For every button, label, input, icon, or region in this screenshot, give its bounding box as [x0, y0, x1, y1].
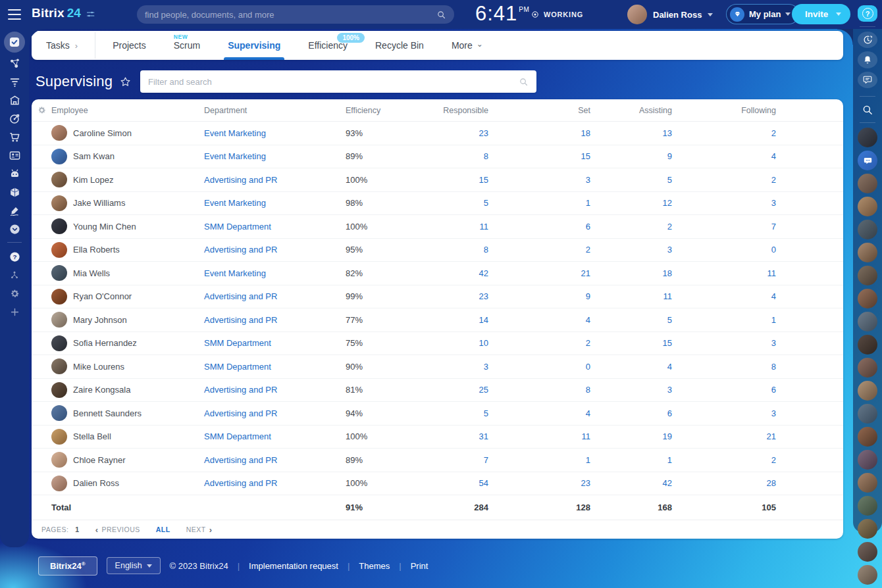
- sidebar-item-feed[interactable]: [0, 72, 29, 91]
- tab-recycle-bin[interactable]: Recycle Bin: [374, 31, 425, 60]
- employee-cell[interactable]: Jake Williams: [51, 195, 204, 211]
- menu-icon[interactable]: [8, 9, 21, 20]
- department-link[interactable]: Advertising and PR: [204, 315, 346, 325]
- department-link[interactable]: Advertising and PR: [204, 408, 346, 418]
- sidebar-item-add[interactable]: [0, 303, 29, 321]
- col-header-employee[interactable]: Employee: [51, 106, 204, 115]
- employee-cell[interactable]: Mary Johnson: [51, 312, 204, 328]
- col-header-efficiency[interactable]: Efficiency: [346, 106, 428, 115]
- set-count[interactable]: 11: [488, 431, 590, 441]
- contact-avatar[interactable]: [858, 197, 877, 216]
- employee-cell[interactable]: Bennett Saunders: [51, 405, 204, 421]
- contact-avatar[interactable]: [858, 289, 877, 308]
- assisting-count[interactable]: 3: [590, 245, 672, 255]
- assisting-count[interactable]: 5: [590, 315, 672, 325]
- employee-cell[interactable]: Chloe Rayner: [51, 452, 204, 468]
- sidebar-item-tasks[interactable]: [0, 30, 29, 54]
- following-count[interactable]: 8: [672, 362, 776, 372]
- department-link[interactable]: SMM Department: [204, 222, 346, 232]
- set-count[interactable]: 1: [488, 455, 590, 465]
- sidebar-item-drive[interactable]: [0, 183, 29, 201]
- responsible-count[interactable]: 7: [428, 455, 488, 465]
- assisting-count[interactable]: 5: [590, 175, 672, 185]
- department-link[interactable]: Advertising and PR: [204, 478, 346, 488]
- sidebar-item-sign[interactable]: [0, 201, 29, 220]
- assisting-count[interactable]: 11: [590, 291, 672, 301]
- themes-link[interactable]: Themes: [359, 561, 390, 571]
- favorite-star-icon[interactable]: [119, 76, 132, 88]
- footer-brand-button[interactable]: Bitrix24®: [38, 556, 97, 576]
- assisting-count[interactable]: 4: [590, 362, 672, 372]
- col-header-following[interactable]: Following: [672, 106, 776, 115]
- bitrix24-logo[interactable]: Bitrix 24: [32, 6, 95, 20]
- working-status[interactable]: WORKING: [531, 10, 583, 19]
- sidebar-item-settings[interactable]: [0, 284, 29, 303]
- contact-avatar[interactable]: [858, 450, 877, 470]
- employee-cell[interactable]: Mia Wells: [51, 265, 204, 281]
- department-link[interactable]: Advertising and PR: [204, 291, 346, 301]
- set-count[interactable]: 23: [488, 478, 590, 488]
- employee-cell[interactable]: Ella Roberts: [51, 242, 204, 258]
- following-count[interactable]: 1: [672, 315, 776, 325]
- responsible-count[interactable]: 8: [428, 245, 488, 255]
- following-count[interactable]: 4: [672, 291, 776, 301]
- responsible-count[interactable]: 31: [428, 431, 488, 441]
- assisting-count[interactable]: 13: [590, 128, 672, 138]
- employee-cell[interactable]: Dalien Ross: [51, 476, 204, 491]
- following-count[interactable]: 7: [672, 222, 776, 232]
- employee-cell[interactable]: Sofia Hernandez: [51, 335, 204, 351]
- contact-avatar[interactable]: [858, 542, 877, 562]
- assisting-count[interactable]: 2: [590, 222, 672, 232]
- global-search-input[interactable]: [145, 10, 436, 20]
- set-count[interactable]: 2: [488, 245, 590, 255]
- sidebar-item-market[interactable]: [0, 91, 29, 109]
- contact-avatar[interactable]: [858, 565, 877, 585]
- messenger-button[interactable]: [858, 72, 877, 88]
- tab-efficiency[interactable]: 100%Efficiency: [307, 31, 349, 60]
- following-count[interactable]: 11: [672, 268, 776, 278]
- responsible-count[interactable]: 5: [428, 408, 488, 418]
- sliders-icon[interactable]: [86, 9, 95, 19]
- department-link[interactable]: Advertising and PR: [204, 385, 346, 395]
- search-icon[interactable]: [519, 77, 529, 87]
- contact-avatar[interactable]: [858, 496, 877, 516]
- set-count[interactable]: 0: [488, 362, 590, 372]
- assisting-count[interactable]: 6: [590, 408, 672, 418]
- department-link[interactable]: SMM Department: [204, 362, 346, 372]
- sidebar-item-copilot[interactable]: [0, 164, 29, 183]
- all-pages-button[interactable]: ALL: [156, 526, 170, 533]
- employee-cell[interactable]: Caroline Simon: [51, 125, 204, 141]
- following-count[interactable]: 6: [672, 385, 776, 395]
- department-link[interactable]: Event Marketing: [204, 198, 346, 208]
- following-count[interactable]: 2: [672, 455, 776, 465]
- language-selector[interactable]: English: [107, 557, 161, 574]
- set-count[interactable]: 2: [488, 338, 590, 348]
- assisting-count[interactable]: 15: [590, 338, 672, 348]
- implementation-request-link[interactable]: Implementation request: [249, 561, 338, 571]
- help-button[interactable]: ?: [858, 5, 877, 22]
- following-count[interactable]: 21: [672, 431, 776, 441]
- responsible-count[interactable]: 23: [428, 128, 488, 138]
- department-link[interactable]: Advertising and PR: [204, 455, 346, 465]
- sidebar-item-more[interactable]: [0, 220, 29, 238]
- responsible-count[interactable]: 54: [428, 478, 488, 488]
- set-count[interactable]: 18: [488, 128, 590, 138]
- employee-cell[interactable]: Mike Lourens: [51, 358, 204, 374]
- department-link[interactable]: SMM Department: [204, 338, 346, 348]
- assisting-count[interactable]: 12: [590, 198, 672, 208]
- department-link[interactable]: Advertising and PR: [204, 175, 346, 185]
- assisting-count[interactable]: 42: [590, 478, 672, 488]
- department-link[interactable]: Event Marketing: [204, 268, 346, 278]
- contact-avatar[interactable]: [858, 358, 877, 378]
- print-link[interactable]: Print: [411, 561, 428, 571]
- set-count[interactable]: 3: [488, 175, 590, 185]
- assisting-count[interactable]: 9: [590, 151, 672, 161]
- set-count[interactable]: 6: [488, 222, 590, 232]
- set-count[interactable]: 4: [488, 408, 590, 418]
- responsible-count[interactable]: 8: [428, 151, 488, 161]
- employee-cell[interactable]: Zaire Kongsala: [51, 382, 204, 398]
- filter-bar[interactable]: [140, 70, 536, 93]
- contact-avatar[interactable]: [858, 266, 877, 285]
- responsible-count[interactable]: 11: [428, 222, 488, 232]
- set-count[interactable]: 9: [488, 291, 590, 301]
